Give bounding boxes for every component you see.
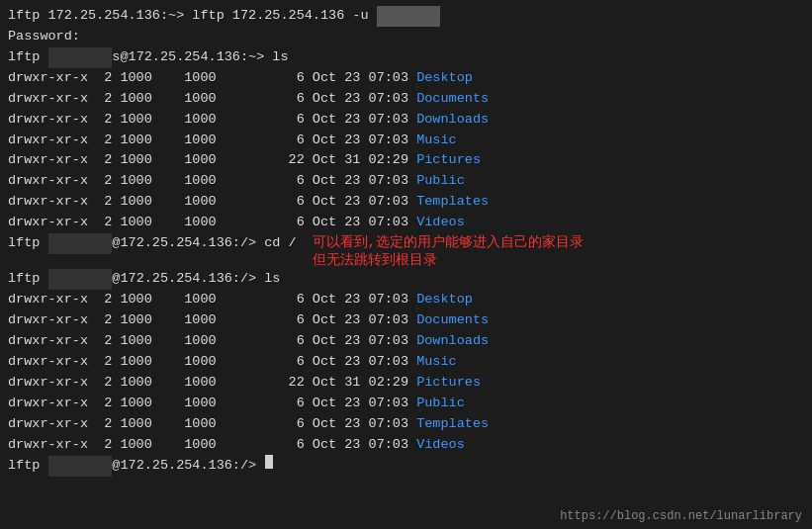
ls-entry: drwxr-xr-x 2 1000 1000 6 Oct 23 07:03 De… bbox=[8, 290, 804, 310]
terminal-line: lftp xxxxxxxx@172.25.254.136:/> cd / 可以看… bbox=[8, 233, 804, 269]
ls-entry: drwxr-xr-x 2 1000 1000 6 Oct 23 07:03 Te… bbox=[8, 414, 804, 435]
ls-entry-name: Videos bbox=[416, 213, 465, 233]
ls-entry: drwxr-xr-x 2 1000 1000 6 Oct 23 07:03 Pu… bbox=[8, 394, 804, 414]
redacted-text: xxxxxxxx bbox=[48, 47, 113, 68]
ls-entry: drwxr-xr-x 2 1000 1000 6 Oct 23 07:03 Vi… bbox=[8, 213, 804, 233]
ls-entry-meta: drwxr-xr-x 2 1000 1000 6 Oct 23 07:03 bbox=[8, 192, 416, 213]
ls-entry-name: Documents bbox=[416, 89, 489, 110]
ls-entry-meta: drwxr-xr-x 2 1000 1000 6 Oct 23 07:03 bbox=[8, 213, 416, 233]
ls-entry-meta: drwxr-xr-x 2 1000 1000 6 Oct 23 07:03 bbox=[8, 110, 416, 131]
terminal-text: @172.25.254.136:/> cd / bbox=[112, 233, 296, 254]
footer-url: https://blog.csdn.net/lunarlibrary bbox=[560, 509, 802, 523]
ls-entry: drwxr-xr-x 2 1000 1000 22 Oct 31 02:29 P… bbox=[8, 150, 804, 171]
ls-entry: drwxr-xr-x 2 1000 1000 6 Oct 23 07:03 Te… bbox=[8, 192, 804, 213]
ls-entry: drwxr-xr-x 2 1000 1000 22 Oct 31 02:29 P… bbox=[8, 373, 804, 394]
redacted-text: xxxxxxxx bbox=[48, 456, 113, 477]
ls-entry-meta: drwxr-xr-x 2 1000 1000 22 Oct 31 02:29 bbox=[8, 373, 416, 394]
ls-entry-meta: drwxr-xr-x 2 1000 1000 22 Oct 31 02:29 bbox=[8, 150, 416, 171]
ls-entry-meta: drwxr-xr-x 2 1000 1000 6 Oct 23 07:03 bbox=[8, 331, 416, 352]
comment-line2: 但无法跳转到根目录 bbox=[313, 251, 584, 269]
ls-listing-2: drwxr-xr-x 2 1000 1000 6 Oct 23 07:03 De… bbox=[8, 290, 804, 455]
ls-entry-name: Public bbox=[416, 171, 465, 192]
ls-entry: drwxr-xr-x 2 1000 1000 6 Oct 23 07:03 Mu… bbox=[8, 352, 804, 373]
ls-entry-name: Downloads bbox=[416, 110, 489, 131]
redacted-text: xxxxxxxx bbox=[48, 233, 113, 254]
ls-entry: drwxr-xr-x 2 1000 1000 6 Oct 23 07:03 De… bbox=[8, 68, 804, 89]
ls-entry-name: Desktop bbox=[416, 290, 473, 310]
ls-entry: drwxr-xr-x 2 1000 1000 6 Oct 23 07:03 Vi… bbox=[8, 435, 804, 456]
terminal-text: lftp 172.25.254.136:~> lftp 172.25.254.1… bbox=[8, 6, 377, 27]
ls-entry-meta: drwxr-xr-x 2 1000 1000 6 Oct 23 07:03 bbox=[8, 435, 416, 456]
ls-entry: drwxr-xr-x 2 1000 1000 6 Oct 23 07:03 Do… bbox=[8, 110, 804, 131]
terminal-text: lftp bbox=[8, 47, 48, 68]
terminal-text: lftp bbox=[8, 456, 48, 477]
terminal-prompt-cd: lftp xxxxxxxx@172.25.254.136:/> cd / bbox=[8, 233, 297, 254]
ls-entry-name: Templates bbox=[416, 192, 489, 213]
ls-entry-meta: drwxr-xr-x 2 1000 1000 6 Oct 23 07:03 bbox=[8, 290, 416, 310]
ls-entry-name: Templates bbox=[416, 414, 489, 435]
redacted-text: xxxxxxxx bbox=[377, 6, 441, 27]
terminal-line: lftp xxxxxxxx@172.25.254.136:/> ls bbox=[8, 269, 804, 290]
ls-entry-name: Pictures bbox=[416, 373, 481, 394]
ls-entry-name: Desktop bbox=[416, 68, 473, 89]
ls-entry-name: Videos bbox=[416, 435, 465, 456]
ls-entry-meta: drwxr-xr-x 2 1000 1000 6 Oct 23 07:03 bbox=[8, 414, 416, 435]
ls-entry: drwxr-xr-x 2 1000 1000 6 Oct 23 07:03 Pu… bbox=[8, 171, 804, 192]
comment-line1: 可以看到,选定的用户能够进入自己的家目录 bbox=[313, 233, 584, 251]
terminal-line: lftp xxxxxxxx@172.25.254.136:/> bbox=[8, 455, 804, 477]
ls-entry-name: Public bbox=[416, 394, 465, 414]
terminal-text: lftp bbox=[8, 269, 48, 290]
redacted-text: xxxxxxxx bbox=[48, 269, 113, 290]
terminal-text: s@172.25.254.136:~> ls bbox=[112, 47, 288, 68]
comment-block: 可以看到,选定的用户能够进入自己的家目录 但无法跳转到根目录 bbox=[313, 233, 584, 269]
ls-listing-1: drwxr-xr-x 2 1000 1000 6 Oct 23 07:03 De… bbox=[8, 68, 804, 233]
ls-entry-name: Pictures bbox=[416, 150, 481, 171]
ls-entry: drwxr-xr-x 2 1000 1000 6 Oct 23 07:03 Do… bbox=[8, 310, 804, 331]
ls-entry-meta: drwxr-xr-x 2 1000 1000 6 Oct 23 07:03 bbox=[8, 352, 416, 373]
ls-entry-meta: drwxr-xr-x 2 1000 1000 6 Oct 23 07:03 bbox=[8, 171, 416, 192]
ls-entry-meta: drwxr-xr-x 2 1000 1000 6 Oct 23 07:03 bbox=[8, 89, 416, 110]
terminal-cursor bbox=[265, 455, 273, 469]
ls-entry: drwxr-xr-x 2 1000 1000 6 Oct 23 07:03 Mu… bbox=[8, 131, 804, 151]
ls-entry: drwxr-xr-x 2 1000 1000 6 Oct 23 07:03 Do… bbox=[8, 331, 804, 352]
terminal-line: Password: bbox=[8, 27, 804, 47]
terminal-text: @172.25.254.136:/> ls bbox=[112, 269, 280, 290]
terminal-line: lftp xxxxxxxxs@172.25.254.136:~> ls bbox=[8, 47, 804, 68]
terminal-line: lftp 172.25.254.136:~> lftp 172.25.254.1… bbox=[8, 6, 804, 27]
ls-entry-meta: drwxr-xr-x 2 1000 1000 6 Oct 23 07:03 bbox=[8, 131, 416, 151]
ls-entry-meta: drwxr-xr-x 2 1000 1000 6 Oct 23 07:03 bbox=[8, 310, 416, 331]
terminal-text: Password: bbox=[8, 27, 80, 47]
terminal-window: lftp 172.25.254.136:~> lftp 172.25.254.1… bbox=[0, 0, 812, 529]
ls-entry-name: Documents bbox=[416, 310, 489, 331]
ls-entry-name: Downloads bbox=[416, 331, 489, 352]
ls-entry-name: Music bbox=[416, 131, 457, 151]
ls-entry-name: Music bbox=[416, 352, 457, 373]
ls-entry-meta: drwxr-xr-x 2 1000 1000 6 Oct 23 07:03 bbox=[8, 68, 416, 89]
terminal-text: lftp bbox=[8, 233, 48, 254]
terminal-text: @172.25.254.136:/> bbox=[112, 456, 264, 477]
ls-entry: drwxr-xr-x 2 1000 1000 6 Oct 23 07:03 Do… bbox=[8, 89, 804, 110]
ls-entry-meta: drwxr-xr-x 2 1000 1000 6 Oct 23 07:03 bbox=[8, 394, 416, 414]
